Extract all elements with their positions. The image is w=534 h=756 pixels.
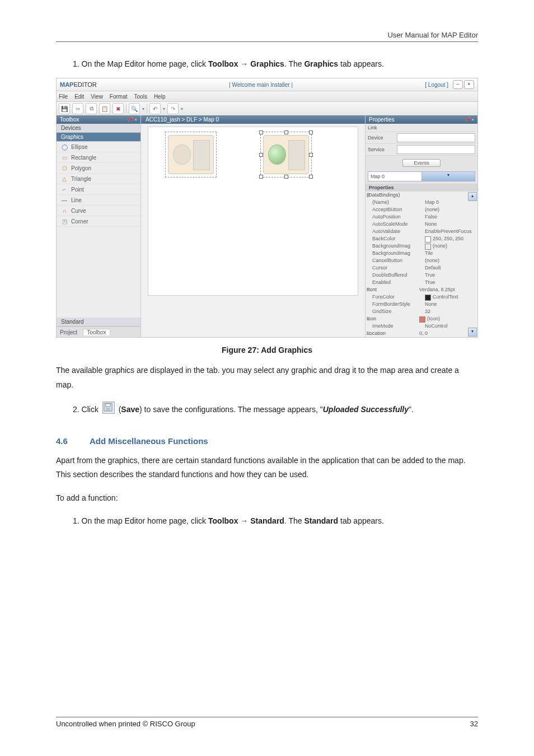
property-row[interactable]: ForeColorControlText	[366, 293, 477, 301]
tool-label: Corner	[71, 218, 88, 225]
tool-line[interactable]: —Line	[57, 195, 140, 206]
object-combo[interactable]: Map 0▾	[368, 171, 475, 181]
breadcrumb: ACC110_jash > DLF > Map 0	[141, 115, 365, 124]
redo-icon[interactable]: ↷	[167, 103, 179, 114]
menu-help[interactable]: Help	[154, 94, 166, 100]
step-3: 1. On the map Editor home page, click To…	[73, 515, 478, 527]
property-row[interactable]: BackgroundImag(none)	[366, 242, 477, 250]
property-key: Font	[367, 286, 419, 293]
property-row[interactable]: DoubleBufferedTrue	[366, 272, 477, 279]
rectangle-icon: ▭	[61, 154, 68, 161]
tool-rectangle[interactable]: ▭Rectangle	[57, 152, 140, 163]
prop-label: Device	[368, 135, 397, 141]
device-1[interactable]	[165, 132, 217, 178]
menu-edit[interactable]: Edit	[74, 94, 84, 100]
menu-view[interactable]: View	[91, 94, 103, 100]
property-value: 32	[425, 308, 476, 315]
events-wrap: Events	[366, 156, 477, 170]
property-row[interactable]: FormBorderStyleNone	[366, 301, 477, 308]
step3-suffix: . The	[284, 516, 305, 525]
scroll-down-icon[interactable]: ▾	[468, 328, 477, 337]
pin-icon[interactable]: 📌 ×	[465, 117, 474, 122]
property-row[interactable]: CursorDefault	[366, 264, 477, 272]
tool-curve[interactable]: ∩Curve	[57, 206, 140, 216]
step2-success: Uploaded Successfully	[323, 405, 409, 414]
scroll-up-icon[interactable]: ▴	[468, 192, 477, 201]
property-row[interactable]: BackgroundImagTile	[366, 250, 477, 257]
step2-prefix: 2. Click	[73, 405, 101, 414]
group-devices[interactable]: Devices	[57, 124, 140, 133]
step3-toolbox: Toolbox	[208, 516, 238, 525]
property-row[interactable]: AutoScaleModeNone	[366, 221, 477, 228]
tool-label: Ellipse	[71, 144, 87, 150]
pin-icon[interactable]: 📌 ×	[128, 117, 137, 122]
property-row[interactable]: (Name)Map 0	[366, 199, 477, 206]
device-2-selected[interactable]	[260, 132, 312, 178]
title-bar: MAPEDITOR | Welcome main installer | [ L…	[57, 78, 477, 91]
property-row[interactable]: Icon(Icon)	[366, 315, 477, 323]
menu-bar: File Edit View Format Tools Help	[57, 91, 477, 102]
dropdown-icon[interactable]: ▾	[163, 106, 165, 111]
chevron-down-icon[interactable]: ▾	[421, 172, 475, 181]
property-key: ForeColor	[372, 293, 425, 301]
property-row[interactable]: CancelButton(none)	[366, 257, 477, 264]
property-row[interactable]: EnabledTrue	[366, 279, 477, 286]
property-row[interactable]: Location0, 0	[366, 330, 477, 337]
property-row[interactable]: ImeModeNoControl	[366, 323, 477, 330]
property-row[interactable]: (DataBindings)	[366, 192, 477, 199]
step2-end: ".	[409, 405, 414, 414]
property-key: Icon	[367, 315, 419, 323]
property-key: BackColor	[372, 235, 425, 242]
group-graphics[interactable]: Graphics	[57, 133, 140, 142]
group-standard[interactable]: Standard	[57, 318, 140, 326]
svg-rect-2	[106, 408, 110, 410]
step3-suffix2: tab appears.	[338, 516, 384, 525]
minimize-button[interactable]: –	[453, 80, 463, 89]
page-header: User Manual for MAP Editor	[56, 31, 478, 39]
step1-prefix: 1. On the Map Editor home page, click	[73, 59, 208, 68]
dropdown-icon[interactable]: ▾	[142, 106, 144, 111]
close-button[interactable]: ×	[464, 80, 474, 89]
tab-toolbox[interactable]: Toolbox	[83, 329, 110, 335]
tool-label: Curve	[71, 208, 86, 214]
tool-corner[interactable]: ◳Corner	[57, 216, 140, 227]
property-row[interactable]: AutoPositionFalse	[366, 213, 477, 221]
tool-triangle[interactable]: △Triangle	[57, 174, 140, 184]
undo-icon[interactable]: ↶	[149, 103, 161, 114]
property-value: True	[425, 279, 476, 286]
property-grid[interactable]: ▴ ▾ (DataBindings)(Name)Map 0AcceptButto…	[366, 192, 477, 337]
tool-point[interactable]: ⌐Point	[57, 184, 140, 195]
step3-prefix: 1. On the map Editor home page, click	[73, 516, 208, 525]
menu-tools[interactable]: Tools	[134, 94, 147, 100]
paste-icon[interactable]: 📋	[99, 103, 110, 114]
property-row[interactable]: BackColor250, 250, 250	[366, 235, 477, 242]
property-row[interactable]: AutoValidateEnablePreventFocus	[366, 228, 477, 235]
panel-icon	[193, 140, 210, 170]
property-row[interactable]: FontVerdana, 8.25pt	[366, 286, 477, 293]
menu-format[interactable]: Format	[110, 94, 128, 100]
tool-polygon[interactable]: ⬠Polygon	[57, 163, 140, 174]
save-icon[interactable]: 💾	[59, 103, 70, 114]
save-icon	[102, 402, 115, 414]
service-input[interactable]	[397, 145, 475, 154]
property-value: EnablePreventFocus	[425, 228, 476, 235]
dropdown-icon[interactable]: ▾	[181, 106, 183, 111]
corner-icon: ◳	[61, 218, 68, 225]
device-input[interactable]	[397, 133, 475, 142]
prop-label: Link	[368, 125, 397, 130]
toolbox-filler	[57, 227, 140, 318]
step3-standard2: Standard	[304, 516, 338, 525]
zoom-icon[interactable]: 🔍	[129, 103, 140, 114]
logout-link[interactable]: [ Logout ]	[425, 82, 448, 88]
delete-icon[interactable]: ✖	[113, 103, 124, 114]
copy-icon[interactable]: ⧉	[86, 103, 97, 114]
app-brand: MAPEDITOR	[60, 81, 97, 88]
property-row[interactable]: AcceptButton(none)	[366, 206, 477, 213]
tab-project[interactable]: Project	[60, 329, 77, 335]
tool-ellipse[interactable]: ◯Ellipse	[57, 142, 140, 152]
events-button[interactable]: Events	[402, 159, 441, 167]
cut-icon[interactable]: ✂	[72, 103, 83, 114]
menu-file[interactable]: File	[59, 94, 68, 100]
map-canvas[interactable]	[148, 127, 358, 296]
property-row[interactable]: GridSize32	[366, 308, 477, 315]
